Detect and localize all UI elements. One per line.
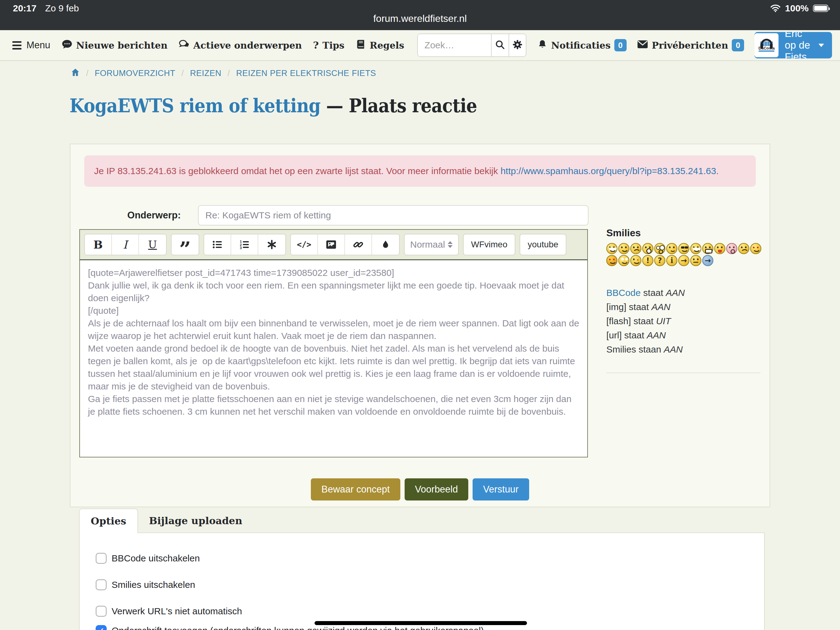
bell-icon (537, 39, 547, 52)
smiley-rolleyes[interactable] (618, 255, 629, 266)
smiley-razz[interactable] (714, 243, 725, 254)
smiley-twisted[interactable] (606, 255, 617, 266)
nav-item-tips[interactable]: ? Tips (313, 40, 344, 51)
bbcode-link[interactable]: BBCode (606, 288, 641, 298)
unordered-list-button[interactable] (204, 234, 231, 255)
breadcrumb-forumoverzicht[interactable]: FORUMOVERZICHT (95, 69, 175, 78)
color-droplet-button[interactable] (372, 234, 399, 255)
messages-label: Privéberichten (652, 40, 728, 51)
smiley-oops[interactable] (726, 243, 737, 254)
smiley-question[interactable] (654, 255, 665, 266)
user-menu-button[interactable]: DaCosta Eric op de Fiets (755, 32, 832, 59)
smiley-surprised[interactable] (642, 243, 654, 254)
options-tabs: Opties Bijlage uploaden (79, 508, 253, 533)
search-settings-button[interactable] (508, 34, 526, 56)
date: Zo 9 feb (45, 3, 79, 14)
smiley-mad[interactable] (702, 243, 713, 254)
search-button[interactable] (491, 34, 508, 56)
smiley-smile[interactable] (618, 243, 629, 254)
breadcrumb-reizen[interactable]: REIZEN (190, 69, 221, 78)
smiley-arrow[interactable] (678, 255, 689, 266)
quote-button[interactable]: ” (172, 234, 199, 255)
action-buttons: Bewaar concept Voorbeeld Verstuur (70, 478, 770, 500)
address-bar[interactable]: forum.wereldfietser.nl (0, 13, 840, 24)
ordered-list-button[interactable]: 1 2 3 (231, 234, 258, 255)
comment-icon (62, 39, 73, 52)
bold-button[interactable]: B (85, 234, 112, 255)
status-state: UIT (656, 316, 671, 326)
smiley-evil[interactable] (750, 243, 761, 254)
image-button[interactable] (318, 234, 345, 255)
smiley-blue-arrow[interactable] (702, 255, 713, 266)
search-input[interactable] (418, 34, 491, 56)
smilies-disable-checkbox[interactable] (96, 579, 107, 590)
smiley-cool[interactable] (678, 243, 689, 254)
font-size-select[interactable]: Normaal (404, 234, 459, 255)
checkbox-label: BBCode uitschakelen (112, 553, 200, 564)
notifications-button[interactable]: Notificaties 0 (537, 39, 626, 52)
checkbox-label: Verwerk URL's niet automatisch (112, 606, 242, 616)
status-line-flash: [flash] staat UIT (606, 314, 760, 328)
list-item-button[interactable] (258, 234, 285, 255)
status-state: AAN (647, 330, 666, 340)
link-button[interactable] (345, 234, 372, 255)
smiley-wink[interactable] (630, 255, 641, 266)
smiley-sad[interactable] (630, 243, 641, 254)
nav-item-regels[interactable]: Regels (355, 39, 404, 52)
code-button[interactable]: </> (291, 234, 318, 255)
nav-item-actieve-onderwerpen[interactable]: Actieve onderwerpen (178, 39, 302, 52)
underline-button[interactable]: U (139, 234, 166, 255)
search-icon (494, 39, 505, 51)
private-messages-button[interactable]: Privéberichten 0 (637, 39, 744, 51)
submit-button[interactable]: Verstuur (472, 478, 529, 500)
urls-no-parse-checkbox[interactable] (96, 606, 107, 617)
post-form-panel: Je IP 83.135.241.63 is geblokkeerd omdat… (70, 144, 770, 507)
smiley-shocked[interactable] (654, 243, 665, 254)
tab-opties[interactable]: Opties (79, 508, 138, 533)
notifications-badge: 0 (614, 39, 627, 51)
options-panel: BBCode uitschakelen Smilies uitschakelen… (79, 532, 765, 630)
question-icon: ? (313, 40, 319, 51)
smiley-idea[interactable] (666, 255, 677, 266)
message-editor: B I U ” 1 (79, 229, 588, 457)
smiley-exclamation[interactable] (642, 255, 654, 266)
home-indicator[interactable] (314, 621, 527, 625)
quote-group: ” (171, 234, 199, 255)
nav-label: Actieve onderwerpen (193, 40, 302, 51)
smiley-lol[interactable] (690, 243, 701, 254)
breadcrumb-home[interactable] (71, 68, 80, 79)
preview-button[interactable]: Voorbeeld (405, 478, 469, 500)
status-state: AAN (652, 302, 671, 312)
italic-button[interactable]: I (112, 234, 139, 255)
save-draft-button[interactable]: Bewaar concept (311, 478, 400, 500)
bbcode-status-list: BBCode staat AAN [img] staat AAN [flash]… (606, 286, 760, 356)
bbcode-disable-checkbox[interactable] (96, 553, 107, 564)
option-row-urls: Verwerk URL's niet automatisch (96, 606, 764, 617)
status-mid: staat (626, 302, 652, 312)
message-textarea[interactable]: [quote=Arjawerelfietser post_id=471743 t… (80, 259, 587, 457)
breadcrumb-separator: / (182, 69, 184, 78)
format-group: B I U (84, 234, 167, 255)
signature-checkbox[interactable]: ✓ (96, 625, 107, 630)
spamhaus-link[interactable]: http://www.spamhaus.org/query/bl?ip=83.1… (501, 166, 716, 176)
tab-bijlage-uploaden[interactable]: Bijlage uploaden (138, 508, 253, 533)
status-state: AAN (664, 344, 683, 355)
status-prefix: [url] (606, 330, 622, 340)
smiley-neutral[interactable] (690, 255, 701, 266)
breadcrumb-reizen-elektrische-fiets[interactable]: REIZEN PER ELEKTRISCHE FIETS (236, 69, 376, 78)
error-text-after: . (716, 166, 718, 176)
menu-button[interactable]: Menu (12, 40, 51, 51)
wfvimeo-button[interactable]: WFvimeo (463, 234, 515, 255)
status-line-url: [url] staat AAN (606, 328, 760, 342)
smiley-confused[interactable] (666, 243, 677, 254)
subject-input[interactable] (198, 205, 589, 225)
breadcrumb-separator: / (227, 69, 230, 78)
smiley-cry[interactable] (738, 243, 749, 254)
smiley-biggrin[interactable] (606, 243, 617, 254)
status-left: 20:17 Zo 9 feb (13, 3, 79, 14)
error-message: Je IP 83.135.241.63 is geblokkeerd omdat… (84, 155, 756, 187)
youtube-button[interactable]: youtube (519, 234, 566, 255)
screen: 20:17 Zo 9 feb forum.wereldfietser.nl 10… (0, 0, 840, 630)
battery-percent: 100% (785, 3, 808, 14)
nav-item-nieuwe-berichten[interactable]: Nieuwe berichten (62, 39, 167, 52)
